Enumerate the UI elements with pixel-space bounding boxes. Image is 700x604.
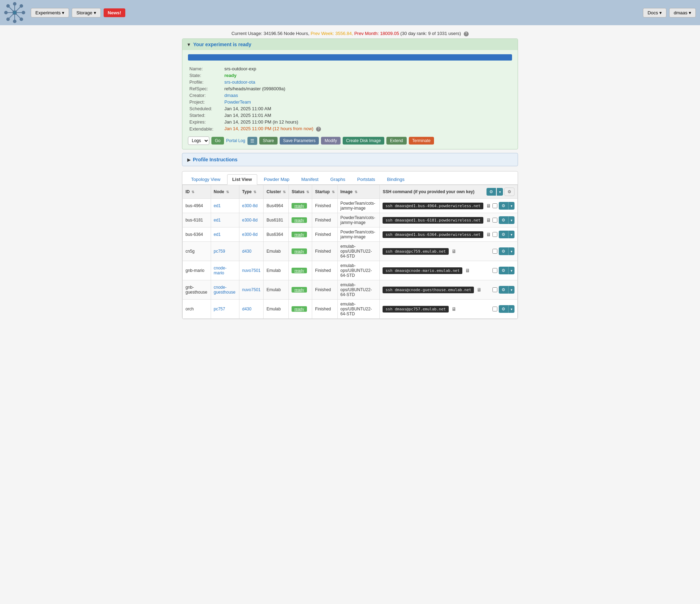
status-badge[interactable]: ready [292, 268, 307, 273]
node-link[interactable]: cnode-mario [214, 266, 227, 275]
copy-ssh-icon[interactable]: 🖥 [465, 268, 470, 273]
table-settings-button[interactable]: ⚙ [504, 188, 514, 196]
col-cluster[interactable]: Cluster ⇅ [264, 185, 289, 199]
modify-button[interactable]: Modify [321, 137, 340, 145]
type-link[interactable]: nuvo7501 [242, 268, 261, 273]
row-checkbox[interactable] [492, 249, 497, 254]
type-link[interactable]: e300-8d [242, 232, 258, 237]
status-badge[interactable]: ready [292, 287, 307, 293]
main-content: Current Usage: 34196.56 Node Hours, Prev… [178, 25, 522, 323]
profile-instructions-header[interactable]: ▶ Profile Instructions [182, 153, 518, 166]
terminate-button[interactable]: Terminate [409, 137, 434, 145]
status-badge[interactable]: ready [292, 203, 307, 209]
table-header-row: ID ⇅ Node ⇅ Type ⇅ Cluster ⇅ Status ⇅ St… [183, 185, 518, 199]
tab-graphs[interactable]: Graphs [325, 174, 351, 184]
row-gear-button[interactable]: ⚙ [499, 231, 508, 238]
tab-powder-map[interactable]: Powder Map [259, 174, 295, 184]
tab-bindings[interactable]: Bindings [382, 174, 410, 184]
status-badge[interactable]: ready [292, 306, 307, 312]
row-gear-button[interactable]: ⚙ [499, 202, 508, 210]
save-parameters-button[interactable]: Save Parameters [280, 137, 319, 145]
copy-ssh-icon[interactable]: 🖥 [486, 203, 491, 209]
node-link[interactable]: cnode-guesthouse [214, 285, 236, 295]
status-sort-icon: ⇅ [306, 190, 309, 194]
portal-log-link[interactable]: Portal Log [226, 138, 245, 143]
ssh-command: ssh dmaas@pc757.emulab.net [383, 306, 448, 312]
type-link[interactable]: d430 [242, 307, 252, 311]
copy-ssh-icon[interactable]: 🖥 [451, 306, 456, 312]
row-checkbox[interactable] [492, 232, 497, 237]
experiment-header[interactable]: ▼ Your experiment is ready [182, 39, 518, 50]
type-link[interactable]: e300-8d [242, 203, 258, 208]
news-button[interactable]: News! [104, 8, 125, 17]
copy-ssh-icon[interactable]: 🖥 [451, 248, 456, 254]
profile-link[interactable]: srs-outdoor-ota [224, 79, 255, 85]
profile-row: Profile: srs-outdoor-ota [188, 79, 512, 85]
tab-list[interactable]: List View [227, 174, 257, 185]
docs-menu[interactable]: Docs ▾ [643, 8, 666, 17]
type-link[interactable]: nuvo7501 [242, 287, 261, 292]
usage-info-icon[interactable]: ? [464, 31, 469, 36]
row-checkbox[interactable] [492, 218, 497, 223]
row-checkbox[interactable] [492, 203, 497, 208]
row-gear-button[interactable]: ⚙ [499, 286, 508, 294]
node-link[interactable]: pc759 [214, 249, 225, 254]
row-gear-arrow-button[interactable]: ▾ [508, 231, 514, 238]
row-gear-button[interactable]: ⚙ [499, 267, 508, 274]
row-gear-arrow-button[interactable]: ▾ [508, 247, 514, 255]
log-select[interactable]: Logs [188, 136, 209, 145]
row-gear-arrow-button[interactable]: ▾ [508, 267, 514, 274]
status-badge[interactable]: ready [292, 217, 307, 223]
node-sort-icon: ⇅ [226, 190, 229, 194]
experiment-chevron-down-icon: ▼ [187, 42, 191, 47]
row-gear-button[interactable]: ⚙ [499, 216, 508, 224]
row-gear-button[interactable]: ⚙ [499, 305, 508, 313]
extend-button[interactable]: Extend [386, 137, 406, 145]
list-icon-button[interactable]: ☰ [247, 137, 257, 145]
type-link[interactable]: d430 [242, 249, 252, 254]
row-gear-arrow-button[interactable]: ▾ [508, 216, 514, 224]
creator-link[interactable]: dmaas [224, 93, 238, 98]
node-link[interactable]: ed1 [214, 203, 221, 208]
row-checkbox[interactable] [492, 268, 497, 273]
row-checkbox[interactable] [492, 287, 497, 292]
table-gear-arrow-button[interactable]: ▾ [497, 188, 503, 196]
status-badge[interactable]: ready [292, 248, 307, 254]
copy-ssh-icon[interactable]: 🖥 [486, 232, 491, 237]
table-gear-button[interactable]: ⚙ [486, 188, 496, 196]
col-node[interactable]: Node ⇅ [211, 185, 239, 199]
project-link[interactable]: PowderTeam [224, 99, 251, 105]
table-row: cn5g pc759 d430 Emulab ready Finished em… [183, 242, 518, 261]
row-gear-arrow-button[interactable]: ▾ [508, 286, 514, 294]
type-link[interactable]: e300-8d [242, 218, 258, 223]
bottom-panel: Topology View List View Powder Map Manif… [182, 171, 518, 319]
extendable-info-icon[interactable]: ? [316, 127, 321, 132]
share-button[interactable]: Share [259, 137, 278, 145]
col-id[interactable]: ID ⇅ [183, 185, 211, 199]
col-startup[interactable]: Startup ⇅ [312, 185, 337, 199]
node-link[interactable]: ed1 [214, 232, 221, 237]
tab-portstats[interactable]: Portstats [352, 174, 380, 184]
col-status[interactable]: Status ⇅ [289, 185, 312, 199]
row-gear-button[interactable]: ⚙ [499, 247, 508, 255]
profile-instructions-title: Profile Instructions [193, 157, 238, 162]
user-menu[interactable]: dmaas ▾ [669, 8, 696, 17]
create-disk-image-button[interactable]: Create Disk Image [343, 137, 384, 145]
row-gear-arrow-button[interactable]: ▾ [508, 202, 514, 210]
col-type[interactable]: Type ⇅ [239, 185, 264, 199]
tab-manifest[interactable]: Manifest [296, 174, 324, 184]
node-link[interactable]: pc757 [214, 307, 225, 311]
experiments-menu[interactable]: Experiments ▾ [31, 8, 69, 17]
node-link[interactable]: ed1 [214, 218, 221, 223]
storage-menu[interactable]: Storage ▾ [72, 8, 101, 17]
row-gear-arrow-button[interactable]: ▾ [508, 305, 514, 313]
row-checkbox[interactable] [492, 307, 497, 311]
col-image[interactable]: Image ⇅ [337, 185, 380, 199]
go-button[interactable]: Go [211, 137, 224, 145]
copy-ssh-icon[interactable]: 🖥 [486, 217, 491, 223]
tab-topology[interactable]: Topology View [186, 174, 226, 184]
started-row: Started: Jan 14, 2025 11:01 AM [188, 112, 512, 119]
status-badge[interactable]: ready [292, 232, 307, 237]
copy-ssh-icon[interactable]: 🖥 [477, 287, 482, 293]
svg-point-7 [22, 11, 25, 14]
